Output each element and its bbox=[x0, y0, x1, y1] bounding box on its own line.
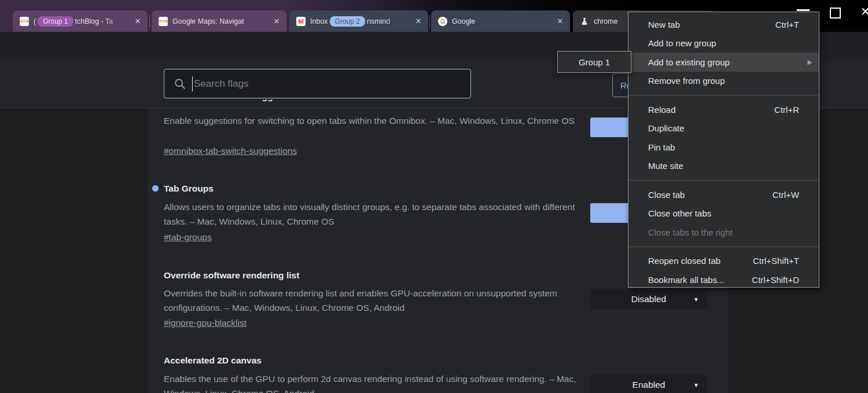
menu-item-close-tab[interactable]: Close tab Ctrl+W bbox=[628, 185, 819, 204]
tab-title: InboxGroup 2nsmind bbox=[310, 16, 411, 27]
close-tab-icon[interactable]: ✕ bbox=[555, 17, 565, 25]
tab-divider bbox=[149, 15, 150, 27]
menu-item-reload[interactable]: Reload Ctrl+R bbox=[628, 100, 819, 119]
maximize-button[interactable] bbox=[830, 8, 841, 19]
close-tab-icon[interactable]: ✕ bbox=[413, 17, 424, 25]
tab-divider bbox=[429, 15, 430, 27]
close-tab-icon[interactable]: ✕ bbox=[133, 17, 143, 25]
search-icon bbox=[174, 78, 186, 90]
google-favicon-icon: G bbox=[438, 17, 447, 26]
tab-google-maps[interactable]: GWB Google Maps: Navigat ✕ bbox=[152, 10, 286, 32]
menu-item-close-tabs-to-the-right: Close tabs to the right bbox=[628, 223, 819, 242]
tab-watchblog[interactable]: GWB (Group 1tchBlog - Ta ✕ bbox=[13, 10, 148, 32]
experiment-dot-icon bbox=[152, 185, 159, 192]
tab-inbox[interactable]: M InboxGroup 2nsmind ✕ bbox=[289, 10, 428, 32]
close-window-button[interactable]: ✕ bbox=[860, 5, 868, 19]
flag-select-enabled[interactable]: Enabled▼ bbox=[590, 375, 707, 393]
menu-item-reopen-closed-tab[interactable]: Reopen closed tab Ctrl+Shift+T bbox=[628, 252, 819, 271]
menu-item-duplicate[interactable]: Duplicate bbox=[628, 119, 819, 138]
tab-context-menu: New tab Ctrl+T Add to new group Add to e… bbox=[628, 12, 819, 288]
flag-title: Tab Groups bbox=[164, 183, 214, 194]
flag-title-clipped: Omnibox tab switch suggestions bbox=[164, 100, 407, 103]
flag-description: Enable suggestions for switching to open… bbox=[164, 113, 592, 128]
gmail-favicon-icon: M bbox=[296, 17, 306, 26]
menu-item-close-other-tabs[interactable]: Close other tabs bbox=[628, 204, 819, 223]
tab-group-2-badge: Group 2 bbox=[330, 16, 365, 27]
flag-description: Overrides the built-in software renderin… bbox=[164, 286, 592, 315]
flag-description: Allows users to organize tabs into visua… bbox=[164, 200, 592, 229]
search-flags-input[interactable] bbox=[193, 78, 470, 90]
gwb-favicon-icon: GWB bbox=[20, 17, 29, 26]
menu-item-add-to-new-group[interactable]: Add to new group bbox=[628, 34, 819, 53]
flag-title: Accelerated 2D canvas bbox=[164, 355, 262, 366]
menu-item-bookmark-all-tabs[interactable]: Bookmark all tabs... Ctrl+Shift+D bbox=[628, 270, 819, 289]
tab-title: Google bbox=[452, 17, 553, 25]
close-tab-icon[interactable]: ✕ bbox=[271, 17, 282, 25]
menu-separator bbox=[628, 95, 819, 96]
tab-group-1-badge: Group 1 bbox=[38, 16, 73, 27]
flag-title: Override software rendering list bbox=[164, 270, 299, 281]
menu-item-add-to-existing-group[interactable]: Add to existing group ▶ bbox=[628, 53, 819, 72]
flag-select-disabled[interactable]: Disabled▼ bbox=[590, 289, 707, 309]
menu-item-pin-tab[interactable]: Pin tab bbox=[628, 138, 819, 157]
tab-google[interactable]: G Google ✕ bbox=[431, 10, 570, 32]
minimize-button[interactable] bbox=[797, 9, 810, 11]
flag-permalink[interactable]: #tab-groups bbox=[164, 232, 212, 243]
dropdown-arrow-icon: ▼ bbox=[693, 296, 699, 303]
search-flags-box[interactable] bbox=[164, 69, 471, 98]
gwb-favicon-icon: GWB bbox=[159, 17, 168, 26]
flag-permalink[interactable]: #ignore-gpu-blacklist bbox=[164, 318, 247, 328]
menu-separator bbox=[628, 247, 819, 247]
tab-title: Google Maps: Navigat bbox=[172, 17, 269, 25]
menu-item-remove-from-group[interactable]: Remove from group bbox=[628, 72, 819, 91]
submenu-item-group-1[interactable]: Group 1 bbox=[557, 51, 631, 73]
browser-window: GWB (Group 1tchBlog - Ta ✕ GWB Google Ma… bbox=[0, 0, 868, 393]
menu-separator bbox=[628, 180, 819, 181]
menu-item-mute-site[interactable]: Mute site bbox=[628, 157, 819, 176]
submenu-arrow-icon: ▶ bbox=[808, 58, 812, 66]
flag-permalink[interactable]: #omnibox-tab-switch-suggestions bbox=[164, 146, 297, 156]
menu-item-new-tab[interactable]: New tab Ctrl+T bbox=[628, 15, 819, 34]
flask-icon bbox=[580, 17, 589, 26]
dropdown-arrow-icon: ▼ bbox=[693, 382, 699, 388]
tab-title: (Group 1tchBlog - Ta bbox=[34, 16, 130, 27]
flag-description: Enables the use of the GPU to perform 2d… bbox=[164, 372, 592, 393]
